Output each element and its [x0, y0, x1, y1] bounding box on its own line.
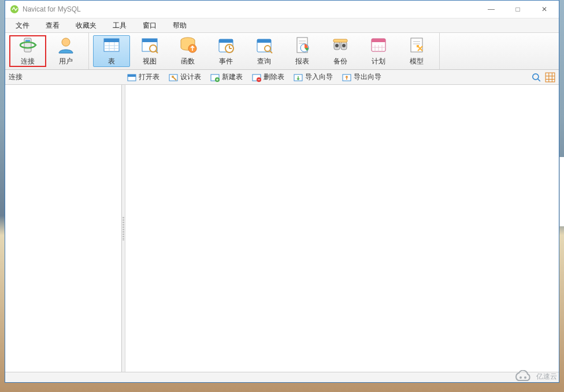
- titlebar: Navicat for MySQL — □ ✕: [5, 1, 559, 18]
- subbar-label: 导入向导: [305, 72, 333, 82]
- mini-design-icon: [169, 73, 178, 82]
- cloud-icon: [513, 370, 533, 383]
- toolbar-event-button[interactable]: 事件: [207, 35, 244, 67]
- user-icon: [57, 36, 75, 54]
- toolbar-label: 报表: [295, 57, 309, 66]
- connect-icon: [18, 36, 37, 54]
- menu-2[interactable]: 收藏夹: [68, 18, 105, 32]
- menu-4[interactable]: 窗口: [135, 18, 165, 32]
- function-icon: [179, 36, 197, 54]
- toolbar-view-button[interactable]: 视图: [131, 35, 168, 67]
- toolbar-report-button[interactable]: 报表: [284, 35, 321, 67]
- mini-new-icon: [210, 73, 220, 82]
- toolbar-label: 计划: [372, 57, 385, 66]
- subbar-label: 打开表: [139, 72, 159, 82]
- toolbar-label: 用户: [59, 57, 73, 66]
- mini-open-icon: [127, 73, 136, 82]
- view-icon: [140, 36, 159, 54]
- menu-0[interactable]: 文件: [8, 18, 38, 32]
- toolbar-backup-button[interactable]: 备份: [322, 35, 359, 67]
- main-toolbar: 连接用户表视图函数事件查询报表备份计划模型: [5, 33, 559, 70]
- app-window: Navicat for MySQL — □ ✕ 文件查看收藏夹工具窗口帮助 连接…: [5, 0, 559, 383]
- mini-import-icon: [294, 73, 303, 82]
- toolbar-query-button[interactable]: 查询: [246, 35, 283, 67]
- workspace: [5, 85, 559, 372]
- watermark-text: 亿速云: [536, 372, 557, 382]
- subbar-label: 连接: [9, 72, 122, 82]
- subbar-export-wiz-button[interactable]: 导出向导: [338, 70, 385, 84]
- svg-rect-3: [546, 73, 555, 82]
- report-icon: [293, 36, 311, 54]
- toolbar-user-button[interactable]: 用户: [47, 35, 84, 67]
- grid-view-icon[interactable]: [545, 72, 555, 83]
- app-title: Navicat for MySQL: [23, 5, 478, 13]
- toolbar-label: 查询: [257, 57, 271, 66]
- model-icon: [407, 36, 426, 54]
- toolbar-connect-button[interactable]: 连接: [9, 35, 46, 67]
- subbar-import-wiz-button[interactable]: 导入向导: [290, 70, 337, 84]
- event-icon: [217, 36, 235, 54]
- toolbar-label: 模型: [410, 57, 424, 66]
- menubar: 文件查看收藏夹工具窗口帮助: [5, 18, 559, 33]
- toolbar-label: 备份: [333, 57, 347, 66]
- toolbar-label: 表: [108, 57, 115, 66]
- minimize-button[interactable]: —: [478, 1, 504, 17]
- toolbar-plan-button[interactable]: 计划: [360, 35, 397, 67]
- svg-point-1: [533, 73, 539, 79]
- menu-5[interactable]: 帮助: [165, 18, 195, 32]
- search-icon[interactable]: [531, 72, 541, 83]
- connection-tree[interactable]: [5, 85, 122, 372]
- subbar-label: 新建表: [222, 72, 243, 82]
- sub-toolbar: 连接 打开表设计表新建表删除表导入向导导出向导: [5, 70, 559, 85]
- mini-delete-icon: [252, 73, 261, 82]
- query-icon: [255, 36, 273, 54]
- mini-export-icon: [342, 73, 351, 82]
- toolbar-label: 连接: [21, 57, 35, 66]
- toolbar-label: 视图: [143, 57, 157, 66]
- close-button[interactable]: ✕: [531, 1, 558, 17]
- menu-1[interactable]: 查看: [38, 18, 68, 32]
- toolbar-model-button[interactable]: 模型: [398, 35, 435, 67]
- subbar-design-table-button[interactable]: 设计表: [165, 70, 205, 84]
- table-icon: [102, 36, 121, 54]
- object-list[interactable]: [125, 85, 559, 372]
- svg-point-9: [524, 376, 526, 379]
- toolbar-label: 函数: [181, 57, 195, 66]
- toolbar-table-button[interactable]: 表: [93, 35, 130, 67]
- subbar-label: 导出向导: [354, 72, 381, 82]
- subbar-label: 设计表: [180, 72, 201, 82]
- subbar-label: 删除表: [264, 72, 284, 82]
- subbar-new-table-button[interactable]: 新建表: [206, 70, 247, 84]
- plan-icon: [369, 36, 388, 54]
- maximize-button[interactable]: □: [504, 1, 531, 17]
- splitter[interactable]: [122, 85, 125, 372]
- subbar-delete-table-button[interactable]: 删除表: [248, 70, 288, 84]
- app-icon: [10, 5, 19, 14]
- toolbar-func-button[interactable]: 函数: [169, 35, 206, 67]
- menu-3[interactable]: 工具: [105, 18, 135, 32]
- svg-line-2: [538, 79, 540, 81]
- subbar-open-table-button[interactable]: 打开表: [123, 70, 164, 84]
- desktop-peek: [559, 157, 564, 226]
- svg-point-8: [520, 376, 522, 379]
- statusbar: [5, 372, 559, 382]
- toolbar-label: 事件: [219, 57, 233, 66]
- backup-icon: [331, 36, 350, 54]
- watermark: 亿速云: [513, 370, 557, 383]
